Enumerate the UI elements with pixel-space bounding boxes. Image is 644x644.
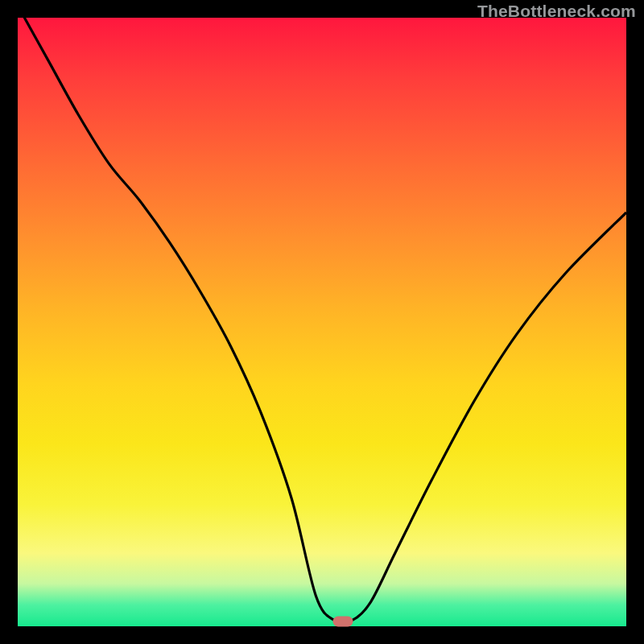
min-marker xyxy=(333,616,353,626)
chart-plot-area xyxy=(18,18,626,626)
curve-path xyxy=(18,18,626,623)
chart-curve xyxy=(18,18,626,626)
chart-frame: TheBottleneck.com xyxy=(0,0,644,644)
